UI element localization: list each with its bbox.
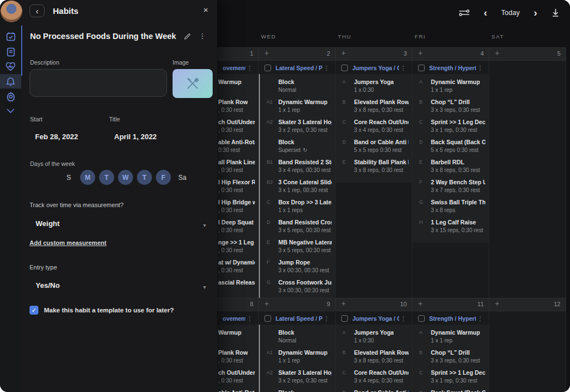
exercise-text: Dynamic Warmup1 x 1 rep (431, 329, 480, 345)
start-date-value[interactable]: Feb 28, 2022 (35, 133, 78, 141)
today-button[interactable]: Today (501, 9, 519, 17)
sidebar-expand-toggle[interactable] (0, 104, 21, 118)
exercise-tag: D (419, 138, 431, 154)
exercise-name: l Hip Flexor Rais... (218, 178, 255, 186)
exercise-text: Sprint >> 1 Leg Declarations3 x 1 rep, 0… (431, 118, 485, 134)
workout-menu-button[interactable]: ⋮ (476, 65, 484, 71)
day-toggle-f[interactable]: F (156, 170, 171, 185)
add-workout-button[interactable]: + (264, 299, 269, 308)
exercise-text: nge >> 1 Leg St..., 0:30 rest (218, 238, 255, 254)
exercise-name: able Anti-Rotati... (218, 138, 255, 146)
filter-sliders-icon[interactable] (459, 8, 470, 17)
chevron-left-icon: ‹ (36, 7, 38, 16)
habit-image-thumbnail[interactable] (173, 69, 213, 98)
active-section-indicator (21, 26, 22, 76)
workout-menu-button[interactable]: ⋮ (322, 316, 331, 322)
exercise-text: Jumpers Yoga1 x 0:30 (354, 329, 394, 345)
day-toggle-w[interactable]: W (118, 170, 133, 185)
sidebar-item-notes[interactable] (0, 45, 21, 59)
back-button[interactable]: ‹ (30, 4, 45, 17)
add-workout-button[interactable]: + (264, 48, 269, 57)
workout-menu-button[interactable]: ⋮ (476, 316, 484, 322)
workout-title-link[interactable]: Strength / Hypertro... (429, 65, 476, 71)
exercise-item: ADynamic Warmup1 x 1 rep (412, 78, 485, 94)
workout-title-link[interactable]: Lateral Speed / Plyo (276, 315, 322, 322)
sidebar-item-settings[interactable] (0, 89, 21, 104)
next-week-button[interactable]: › (534, 7, 537, 18)
exercise-detail: , 0:30 rest (218, 356, 248, 365)
download-icon[interactable] (551, 8, 560, 17)
edit-pencil-icon[interactable] (184, 33, 191, 40)
day-toggle-sa[interactable]: Sa (175, 170, 190, 185)
day-toggle-s[interactable]: S (61, 170, 76, 185)
exercise-text: Skater 3 Lateral Hops >> ...3 x 2 reps, … (278, 118, 332, 134)
entry-type-select[interactable]: Yes/No (36, 281, 60, 290)
sidebar-item-health[interactable] (0, 60, 21, 74)
description-input[interactable] (30, 69, 167, 97)
exercise-detail: 3 x 8 reps, 0:30 rest (354, 166, 409, 174)
exercise-detail: 1 x 1 reps (278, 206, 332, 214)
exercise-text: Dynamic Warmup1 x 1 rep (278, 349, 327, 365)
add-workout-button[interactable]: + (418, 299, 422, 308)
entry-type-dropdown-icon[interactable]: ▾ (203, 284, 206, 290)
measurement-dropdown-icon[interactable]: ▾ (203, 222, 206, 228)
add-workout-button[interactable]: + (495, 299, 499, 308)
workout-title-link[interactable]: Jumpers Yoga / Core (352, 315, 399, 322)
exercise-detail: 1 x 1 rep (431, 336, 480, 345)
add-workout-button[interactable]: + (341, 48, 346, 57)
exercise-tag: G (419, 198, 431, 214)
add-workout-button[interactable]: + (418, 48, 422, 57)
day-toggle-m[interactable]: M (80, 170, 95, 185)
workout-menu-button[interactable]: ⋮ (322, 65, 331, 71)
workout-card: Strength / Hypertro...⋮ADynamic Warmup1 … (412, 62, 489, 243)
habit-title: No Processed Foods During the Week (30, 32, 176, 41)
date-cell: +9 (259, 298, 336, 311)
prev-week-button[interactable]: ‹ (484, 7, 487, 18)
habit-menu-button[interactable]: ⋮ (199, 32, 206, 40)
end-date-value[interactable]: April 1, 2022 (114, 133, 157, 141)
block-item: BlockSuperset↻ (260, 138, 332, 154)
exercise-name: Barbell RDL (431, 158, 480, 166)
workout-title-link[interactable]: Lateral Speed / Plyo (276, 65, 322, 71)
sidebar-item-calendar[interactable] (0, 29, 21, 43)
exercise-detail: 3 x 00:30, 00:30 rest (278, 286, 332, 295)
exercise-text: BlockNormal (278, 329, 296, 345)
add-custom-measurement-link[interactable]: Add custom measurement (30, 239, 106, 246)
add-workout-button[interactable]: + (341, 299, 346, 308)
workout-menu-button[interactable]: ⋮ (245, 316, 254, 322)
template-checkbox[interactable]: ✓ (30, 306, 38, 315)
workout-menu-button[interactable]: ⋮ (399, 316, 407, 322)
exercise-item: DBand or Cable Anti Rotati...5 x 5 reps … (336, 138, 409, 154)
workout-title-link[interactable]: Strength / Hypertro... (429, 315, 476, 322)
exercise-item: FJump Rope3 x 00:30, 00:30 rest (260, 258, 332, 275)
workout-menu-button[interactable]: ⋮ (399, 65, 407, 71)
exercise-item: AJumpers Yoga1 x 0:30 (336, 78, 409, 94)
exercise-name: Cross Footwork Jump Rope (278, 278, 332, 286)
measurement-select[interactable]: Weight (36, 219, 60, 228)
user-avatar[interactable] (1, 1, 22, 22)
workout-select-checkbox[interactable] (264, 315, 271, 322)
block-name: Block (278, 389, 307, 392)
workout-title-link[interactable]: ovement Q... (223, 315, 245, 322)
workout-title-link[interactable]: ovement Q... (223, 65, 245, 71)
day-toggle-t[interactable]: T (137, 170, 152, 185)
block-name: Block (278, 138, 307, 146)
day-toggle-t[interactable]: T (99, 170, 114, 185)
workout-select-checkbox[interactable] (418, 65, 425, 71)
workout-title-link[interactable]: Jumpers Yoga / Core (352, 65, 399, 71)
add-workout-button[interactable]: + (495, 48, 499, 57)
workout-select-checkbox[interactable] (341, 65, 348, 71)
exercise-item: A2Skater 3 Lateral Hops >> ...3 x 2 reps… (260, 118, 332, 134)
date-number: 3 (404, 50, 407, 57)
exercise-tag: A2 (267, 118, 278, 134)
close-icon[interactable]: × (203, 5, 208, 14)
exercise-name: at w/ Dynamic P... (218, 258, 255, 266)
calendar-column: Jumpers Yoga / Core⋮AJumpers Yoga1 x 0:3… (336, 311, 412, 392)
workout-select-checkbox[interactable] (418, 315, 425, 322)
exercise-text: Band Resisted 2 Step Late...3 x 4 reps, … (278, 158, 332, 174)
workout-menu-button[interactable]: ⋮ (245, 65, 254, 71)
exercise-detail: 3 x 1 rep, 00:30 rest (278, 186, 332, 194)
workout-select-checkbox[interactable] (264, 65, 271, 71)
sidebar-item-habits[interactable] (0, 74, 21, 89)
workout-select-checkbox[interactable] (341, 315, 348, 322)
